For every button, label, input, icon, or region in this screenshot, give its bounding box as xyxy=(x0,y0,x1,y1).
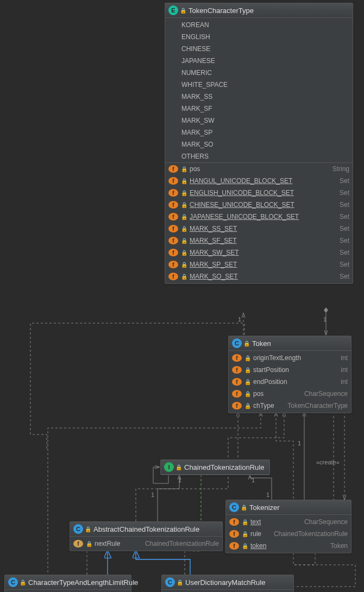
class-body: f🔒textCharSequencef🔒ruleChainedTokenizat… xyxy=(226,515,351,553)
class-userdictionarymatchrule[interactable]: C 🔒 UserDictionaryMatchRule f🔒dictionary… xyxy=(161,575,294,592)
class-token[interactable]: C 🔒 Token f🔒originTextLengthintf🔒startPo… xyxy=(228,336,352,413)
enum-constant[interactable]: OTHERS xyxy=(165,150,353,162)
enum-constant[interactable]: MARK_SO xyxy=(165,138,353,150)
field-row[interactable]: f🔒MARK_SO_SETSet xyxy=(165,270,353,282)
field-row[interactable]: f🔒startPositionint xyxy=(229,364,351,376)
field-name: text xyxy=(250,518,261,526)
class-body: f🔒lengthLimitint xyxy=(5,590,131,592)
lock-icon: 🔒 xyxy=(180,8,186,14)
field-name: chType xyxy=(253,402,274,410)
field-row[interactable]: f🔒ENGLISH_UNICODE_BLOCK_SETSet xyxy=(165,187,353,199)
lock-icon: 🔒 xyxy=(181,262,187,268)
multiplicity-label: 1 xyxy=(238,316,241,323)
interface-chainedtokenizationrule[interactable]: I 🔒 ChainedTokenizationRule xyxy=(160,459,270,475)
enum-constant[interactable]: MARK_SP xyxy=(165,127,353,138)
field-icon: f xyxy=(232,354,242,362)
field-icon: f xyxy=(232,402,242,410)
lock-icon: 🔒 xyxy=(181,178,187,184)
field-icon: f xyxy=(168,177,178,185)
class-body: f🔒nextRuleChainedTokenizationRule xyxy=(70,537,222,551)
field-icon: f xyxy=(168,189,178,197)
enum-name: MARK_SP xyxy=(181,129,212,136)
enum-constant[interactable]: MARK_SS xyxy=(165,91,353,103)
field-row[interactable]: f🔒MARK_SW_SETSet xyxy=(165,247,353,259)
lock-icon: 🔒 xyxy=(181,202,187,208)
enum-icon: E xyxy=(168,5,178,15)
lock-icon: 🔒 xyxy=(242,531,248,537)
field-row[interactable]: f🔒JAPANESE_UNICODE_BLOCK_SETSet xyxy=(165,211,353,223)
class-header[interactable]: C 🔒 AbstractChainedTokenizationRule xyxy=(70,522,222,537)
field-name: MARK_SO_SET xyxy=(190,273,238,280)
class-abstractchainedtokenizationrule[interactable]: C 🔒 AbstractChainedTokenizationRule f🔒ne… xyxy=(70,521,223,551)
field-row[interactable]: f🔒textCharSequence xyxy=(226,516,351,528)
field-row[interactable]: f🔒posString xyxy=(165,162,353,175)
multiplicity-label: 1 xyxy=(178,477,181,483)
class-body: KOREANENGLISHCHINESEJAPANESENUMERICWHITE… xyxy=(165,18,353,284)
field-row[interactable]: f🔒tokenToken xyxy=(226,540,351,552)
field-type: int xyxy=(341,378,348,386)
lock-icon: 🔒 xyxy=(243,341,250,347)
field-name: MARK_SF_SET xyxy=(190,237,237,244)
lock-icon: 🔒 xyxy=(244,391,251,397)
multiplicity-label: 1 xyxy=(298,440,301,446)
lock-icon: 🔒 xyxy=(177,580,183,585)
field-type: CharSequence xyxy=(304,390,348,398)
enum-name: CHINESE xyxy=(181,45,210,53)
class-charactertypeandlengthlimitrule[interactable]: C 🔒 CharacterTypeAndLengthLimitRule f🔒le… xyxy=(4,575,131,592)
field-icon: f xyxy=(168,261,178,268)
field-row[interactable]: f🔒endPositionint xyxy=(229,376,351,388)
field-row[interactable]: f🔒HANGUL_UNICODE_BLOCK_SETSet xyxy=(165,175,353,187)
field-row[interactable]: f🔒MARK_SF_SETSet xyxy=(165,235,353,247)
field-row[interactable]: f🔒posCharSequence xyxy=(229,388,351,400)
class-tokencharactertype[interactable]: E 🔒 TokenCharacterType KOREANENGLISHCHIN… xyxy=(165,3,353,284)
class-header[interactable]: C 🔒 CharacterTypeAndLengthLimitRule xyxy=(5,575,131,590)
field-row[interactable]: f🔒chTypeTokenCharacterType xyxy=(229,400,351,412)
field-row[interactable]: f🔒originTextLengthint xyxy=(229,352,351,364)
enum-constant[interactable]: KOREAN xyxy=(165,19,353,31)
field-row[interactable]: f🔒MARK_SS_SETSet xyxy=(165,223,353,235)
field-row[interactable]: f🔒MARK_SP_SETSet xyxy=(165,259,353,270)
enum-constant[interactable]: NUMERIC xyxy=(165,67,353,79)
class-body: f🔒dictionaryUserTrieBaseDictionary xyxy=(162,590,293,592)
class-title: ChainedTokenizationRule xyxy=(184,463,264,471)
field-row[interactable]: f🔒nextRuleChainedTokenizationRule xyxy=(70,538,222,550)
enum-constant[interactable]: MARK_SW xyxy=(165,115,353,127)
class-body: f🔒originTextLengthintf🔒startPositionintf… xyxy=(229,351,351,413)
field-type: Set xyxy=(340,273,349,280)
multiplicity-label: 1 xyxy=(323,316,327,323)
field-name: JAPANESE_UNICODE_BLOCK_SET xyxy=(190,213,299,221)
field-name: HANGUL_UNICODE_BLOCK_SET xyxy=(190,177,292,185)
enum-constant[interactable]: JAPANESE xyxy=(165,55,353,67)
field-type: Token xyxy=(330,542,348,550)
field-type: Set xyxy=(340,177,349,185)
field-icon: f xyxy=(168,237,178,244)
class-header[interactable]: C 🔒 UserDictionaryMatchRule xyxy=(162,575,293,590)
class-icon: C xyxy=(165,577,175,587)
enum-constant[interactable]: ENGLISH xyxy=(165,31,353,43)
enum-constant[interactable]: WHITE_SPACE xyxy=(165,79,353,91)
class-title: UserDictionaryMatchRule xyxy=(185,578,265,587)
field-icon: f xyxy=(168,165,178,173)
field-type: Set xyxy=(340,237,349,244)
lock-icon: 🔒 xyxy=(244,379,251,385)
class-header[interactable]: C 🔒 Tokenizer xyxy=(226,500,351,515)
enum-constant[interactable]: MARK_SF xyxy=(165,103,353,115)
field-type: CharSequence xyxy=(304,518,348,526)
lock-icon: 🔒 xyxy=(20,580,26,585)
field-icon: f xyxy=(168,201,178,209)
class-tokenizer[interactable]: C 🔒 Tokenizer f🔒textCharSequencef🔒ruleCh… xyxy=(225,500,352,553)
class-icon: C xyxy=(73,524,83,534)
field-name: MARK_SW_SET xyxy=(190,249,239,256)
field-row[interactable]: f🔒CHINESE_UNICODE_BLOCK_SETSet xyxy=(165,199,353,211)
enum-name: JAPANESE xyxy=(181,57,215,65)
field-icon: f xyxy=(229,542,239,550)
field-name: MARK_SS_SET xyxy=(190,225,237,232)
field-name: originTextLength xyxy=(253,354,301,362)
field-row[interactable]: f🔒ruleChainedTokenizationRule xyxy=(226,528,351,540)
lock-icon: 🔒 xyxy=(181,274,187,280)
field-type: Set xyxy=(340,189,349,197)
enum-constant[interactable]: CHINESE xyxy=(165,43,353,55)
class-header[interactable]: C 🔒 Token xyxy=(229,336,351,351)
class-header[interactable]: I 🔒 ChainedTokenizationRule xyxy=(161,460,269,475)
class-header[interactable]: E 🔒 TokenCharacterType xyxy=(165,3,353,18)
